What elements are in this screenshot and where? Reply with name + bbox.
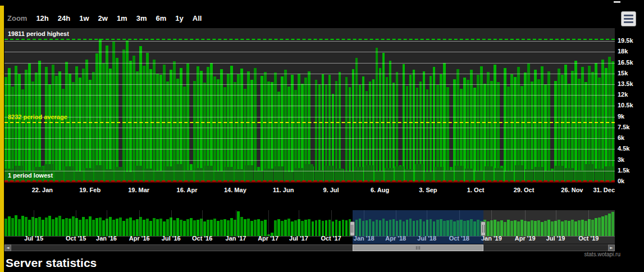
nav-bar (109, 217, 112, 236)
nav-axis-label: Oct '16 (192, 235, 212, 242)
nav-bar (318, 220, 321, 236)
plotline-label-average: 8232 period average (8, 114, 67, 120)
daily-low-bar (195, 168, 204, 182)
navigator[interactable]: Jul '15Oct '15Jan '16Apr '16Jul '16Oct '… (4, 210, 615, 244)
nav-bar (230, 218, 233, 236)
nav-bar (284, 220, 287, 236)
nav-bar (58, 216, 61, 236)
nav-bar (223, 219, 226, 236)
zoom-range-3m[interactable]: 3m (136, 14, 147, 22)
column-bar (281, 76, 284, 182)
nav-bar (119, 217, 122, 236)
y-gridline (4, 84, 615, 85)
nav-bar (180, 220, 182, 236)
zoom-range-1y[interactable]: 1y (175, 14, 183, 22)
daily-low-bar (455, 166, 464, 182)
y-axis-label: 1.5k (618, 167, 629, 174)
nav-bar (4, 219, 7, 236)
screen: Zoom 12h24h1w2w1m3m6m1yAll 19811 period … (0, 0, 644, 272)
nav-bar (176, 218, 179, 236)
nav-bar (48, 216, 51, 236)
column-bar (230, 66, 233, 182)
y-axis-label: 12k (618, 91, 628, 98)
y-axis-label: 16.5k (618, 59, 633, 66)
zoom-range-24h[interactable]: 24h (58, 14, 70, 22)
nav-bar (25, 217, 28, 236)
zoom-range-2w[interactable]: 2w (98, 14, 108, 22)
zoom-range-6m[interactable]: 6m (156, 14, 166, 22)
x-axis-label: 26. Nov (561, 187, 583, 193)
nav-bar (213, 219, 216, 236)
column-bar (544, 84, 547, 182)
left-arrow-icon[interactable]: ◄ (4, 244, 11, 251)
column-bar (267, 81, 270, 182)
nav-bar (294, 220, 297, 236)
plot-area[interactable]: 19811 period highest8232 period average1… (4, 28, 615, 183)
column-bar (234, 82, 236, 182)
column-bar (291, 75, 294, 182)
nav-axis-label: Oct '15 (66, 235, 86, 242)
navigator-handle-left[interactable] (350, 221, 355, 236)
credits-link[interactable]: stats.wotapi.ru (584, 251, 620, 257)
nav-gridline (171, 210, 172, 236)
nav-bar (72, 216, 75, 236)
nav-bar (261, 221, 263, 236)
y-axis-label: 7.5k (618, 124, 629, 130)
column-bar (159, 75, 162, 182)
nav-bar (99, 217, 102, 236)
column-bar (352, 69, 355, 182)
y-axis-label: 4.5k (618, 145, 629, 152)
nav-bar (220, 220, 223, 236)
x-axis-label: 14. May (224, 187, 246, 193)
column-bar (85, 60, 88, 182)
nav-gridline (331, 210, 332, 236)
nav-bar (240, 217, 243, 236)
daily-low-bar (204, 166, 213, 182)
column-bar (349, 87, 351, 182)
navigator-handle-right[interactable] (481, 221, 486, 236)
navigator-selected-range[interactable] (353, 210, 484, 244)
x-axis-label: 19. Mar (128, 187, 149, 193)
daily-low-bar (94, 165, 103, 182)
column-bar (608, 57, 611, 182)
nav-bar (315, 220, 318, 236)
nav-bar (82, 217, 85, 236)
menu-bar (624, 21, 633, 23)
nav-gridline (299, 210, 299, 236)
column-bar (473, 88, 476, 182)
plotline-highest (4, 39, 615, 40)
zoom-range-1w[interactable]: 1w (79, 14, 89, 22)
scrollbar-track[interactable] (4, 244, 615, 251)
scrollbar-thumb[interactable] (353, 244, 484, 251)
hamburger-icon[interactable] (621, 11, 636, 26)
zoom-range-all[interactable]: All (193, 14, 202, 22)
nav-bar (166, 219, 169, 236)
x-axis-label: 16. Apr (177, 187, 198, 193)
column-bar (355, 58, 358, 182)
column-bar (11, 87, 14, 182)
left-edge-stripe (0, 6, 4, 272)
nav-bar (35, 218, 38, 236)
nav-bar (89, 216, 92, 236)
column-bar (598, 78, 601, 182)
y-gridline (4, 41, 615, 42)
nav-gridline (236, 210, 236, 236)
daily-low-bar (85, 168, 94, 182)
nav-bar (183, 221, 186, 236)
column-bar (480, 66, 483, 182)
menu-bar (624, 15, 633, 16)
column-bar (271, 82, 273, 182)
nav-bar (55, 217, 58, 236)
column-bar (197, 66, 199, 182)
y-gridline (4, 117, 615, 117)
nav-gridline (268, 210, 269, 236)
nav-bar (312, 221, 314, 236)
zoom-range-1m[interactable]: 1m (117, 14, 127, 22)
daily-low-bar (65, 166, 74, 182)
y-gridline (4, 74, 615, 74)
zoom-range-12h[interactable]: 12h (36, 14, 48, 22)
plotline-lowest (4, 180, 615, 182)
nav-gridline (139, 210, 140, 236)
right-arrow-icon[interactable]: ► (608, 244, 615, 251)
nav-bar (95, 218, 98, 236)
